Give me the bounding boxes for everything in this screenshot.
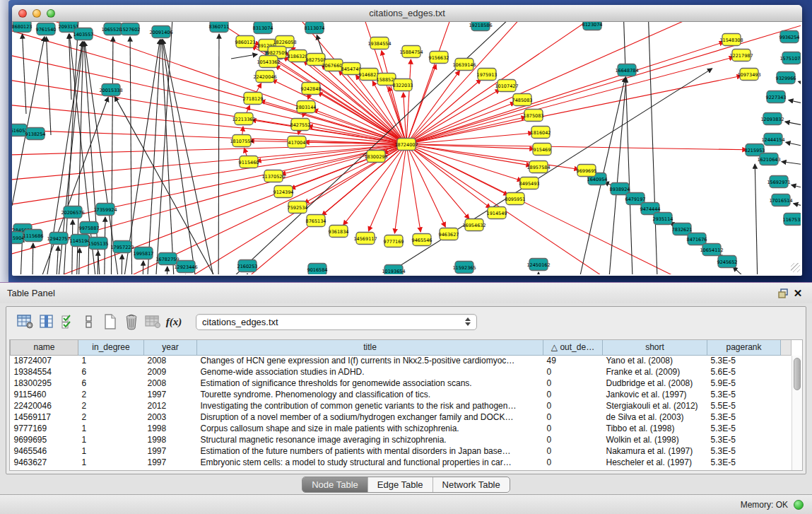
tab-node-table[interactable]: Node Table bbox=[302, 477, 367, 492]
column-header-short[interactable]: short bbox=[603, 340, 707, 355]
table-row[interactable]: 1830029562008Estimation of significance … bbox=[11, 378, 792, 389]
table-cell[interactable]: 5.3E-5 bbox=[707, 445, 781, 457]
graph-edge[interactable] bbox=[406, 144, 420, 232]
table-cell[interactable]: 1998 bbox=[144, 434, 197, 445]
graph-node[interactable]: 10193654 bbox=[382, 265, 405, 275]
graph-node[interactable]: 12942757 bbox=[47, 233, 70, 245]
graph-node[interactable]: 8360711 bbox=[209, 22, 230, 33]
graph-node[interactable]: 15751074 bbox=[779, 52, 801, 64]
graph-node[interactable]: 20206576 bbox=[61, 206, 84, 218]
graph-edge[interactable] bbox=[755, 164, 758, 274]
table-cell[interactable]: 1 bbox=[78, 457, 144, 468]
table-cell[interactable]: 1 bbox=[78, 445, 144, 457]
graph-edge[interactable] bbox=[78, 248, 80, 274]
graph-node[interactable]: 8680123 bbox=[12, 22, 32, 33]
table-cell[interactable]: 5.3E-5 bbox=[707, 355, 781, 366]
graph-node[interactable]: 22420046 bbox=[253, 71, 276, 83]
graph-node[interactable]: 12217987 bbox=[729, 49, 753, 62]
unselect-rows-icon[interactable] bbox=[78, 312, 100, 332]
network-window-titlebar[interactable]: citations_edges.txt bbox=[12, 5, 802, 22]
table-cell[interactable]: 2008 bbox=[144, 355, 197, 366]
table-cell[interactable]: 5.5E-5 bbox=[707, 400, 781, 411]
graph-node[interactable]: 9860123 bbox=[235, 36, 256, 48]
table-cell[interactable] bbox=[781, 389, 792, 400]
table-cell[interactable]: Yano et al. (2008) bbox=[603, 355, 707, 366]
graph-node[interactable]: 12923446 bbox=[174, 261, 197, 273]
graph-node[interactable]: 10107427 bbox=[495, 80, 518, 92]
window-resize-grip[interactable] bbox=[791, 263, 800, 272]
graph-edge[interactable] bbox=[261, 100, 406, 144]
graph-node[interactable]: 9115460 bbox=[239, 156, 259, 168]
graph-node[interactable]: 9777169 bbox=[384, 235, 404, 247]
graph-node[interactable]: 1914549 bbox=[487, 207, 507, 219]
graph-node[interactable]: 7592534 bbox=[288, 201, 308, 214]
graph-edge[interactable] bbox=[789, 100, 801, 108]
graph-edge[interactable] bbox=[786, 142, 801, 151]
table-cell[interactable]: 9699695 bbox=[11, 434, 78, 445]
table-cell[interactable]: 18300295 bbox=[11, 378, 78, 389]
table-cell[interactable]: 2012 bbox=[144, 400, 197, 411]
table-cell[interactable]: 5.9E-5 bbox=[707, 378, 781, 389]
table-row[interactable]: 946554611997Estimation of the future num… bbox=[11, 445, 792, 457]
table-cell[interactable]: Stergiakouli et al. (2012) bbox=[603, 400, 707, 411]
graph-edge[interactable] bbox=[142, 261, 143, 274]
network-graph[interactable]: 8680123976154020931511403557106552871527… bbox=[12, 22, 801, 274]
table-cell[interactable]: Disruption of a novel member of a sodium… bbox=[197, 411, 543, 423]
table-cell[interactable] bbox=[781, 400, 792, 411]
column-header-name[interactable]: name bbox=[11, 340, 78, 355]
graph-node[interactable]: 1975913 bbox=[477, 69, 498, 81]
graph-node[interactable]: 1816042 bbox=[531, 127, 551, 139]
graph-edge[interactable] bbox=[12, 22, 406, 144]
column-header-in_degree[interactable]: in_degree bbox=[78, 340, 144, 355]
graph-node[interactable]: 1403557 bbox=[73, 28, 94, 40]
scrollbar-thumb[interactable] bbox=[794, 358, 801, 390]
table-row[interactable]: 1872400712008Changes of HCN gene express… bbox=[11, 355, 792, 366]
table-cell[interactable] bbox=[781, 457, 792, 468]
select-all-checks-icon[interactable] bbox=[57, 312, 78, 332]
table-cell[interactable] bbox=[781, 355, 792, 366]
graph-edge[interactable] bbox=[792, 185, 801, 193]
table-cell[interactable]: 0 bbox=[543, 378, 603, 389]
table-cell[interactable] bbox=[781, 434, 792, 445]
table-cell[interactable]: Investigating the contribution of common… bbox=[197, 400, 543, 411]
graph-edge[interactable] bbox=[406, 42, 724, 144]
table-cell[interactable]: 0 bbox=[543, 445, 603, 457]
table-cell[interactable]: 14569117 bbox=[11, 411, 78, 423]
table-cell[interactable]: Tourette syndrome. Phenomenology and cla… bbox=[197, 389, 543, 400]
graph-edge[interactable] bbox=[406, 144, 531, 165]
graph-node[interactable]: 10639146 bbox=[452, 59, 476, 71]
table-cell[interactable]: de Silva et al. (2003) bbox=[603, 411, 707, 423]
graph-node[interactable]: 8322033 bbox=[393, 79, 413, 91]
graph-node[interactable]: 9761540 bbox=[36, 23, 57, 35]
select-columns-icon[interactable] bbox=[36, 312, 57, 332]
graph-node[interactable]: 8765134 bbox=[306, 215, 326, 227]
graph-node[interactable]: 8113074 bbox=[305, 22, 325, 34]
graph-node[interactable]: 12450162 bbox=[526, 259, 550, 271]
graph-edge[interactable] bbox=[406, 57, 734, 144]
graph-edge[interactable] bbox=[23, 34, 26, 114]
graph-node[interactable]: 9975887 bbox=[79, 222, 100, 234]
table-row[interactable]: 946362711997Embryonic stem cells: a mode… bbox=[11, 457, 792, 468]
graph-edge[interactable] bbox=[231, 54, 257, 59]
graph-node[interactable]: 12213362 bbox=[232, 113, 255, 125]
graph-node[interactable]: 9245652 bbox=[717, 256, 738, 268]
graph-node[interactable]: 19218586 bbox=[469, 22, 492, 31]
graph-edge[interactable] bbox=[12, 22, 406, 144]
graph-node[interactable]: 15692971 bbox=[767, 176, 790, 188]
graph-node[interactable]: 16782759 bbox=[155, 253, 179, 265]
table-cell[interactable]: 9465546 bbox=[11, 445, 78, 457]
table-cell[interactable]: 9777169 bbox=[11, 423, 78, 434]
table-cell[interactable]: Embryonic stem cells: a model to study s… bbox=[197, 457, 543, 468]
graph-edge[interactable] bbox=[97, 251, 98, 274]
table-settings-icon[interactable] bbox=[15, 312, 36, 332]
graph-node[interactable]: 15884754 bbox=[399, 46, 423, 58]
table-cell[interactable]: 2 bbox=[78, 400, 144, 411]
table-cell[interactable]: 2 bbox=[78, 411, 144, 423]
table-row[interactable]: 1456911722003Disruption of a novel membe… bbox=[11, 411, 792, 423]
network-canvas[interactable]: 8680123976154020931511403557106552871527… bbox=[12, 22, 802, 274]
table-cell[interactable]: Franke et al. (2009) bbox=[603, 366, 707, 378]
graph-edge[interactable] bbox=[406, 22, 464, 144]
graph-edge[interactable] bbox=[406, 22, 761, 144]
graph-node[interactable]: 1995817 bbox=[134, 247, 154, 259]
graph-edge[interactable] bbox=[798, 81, 801, 90]
